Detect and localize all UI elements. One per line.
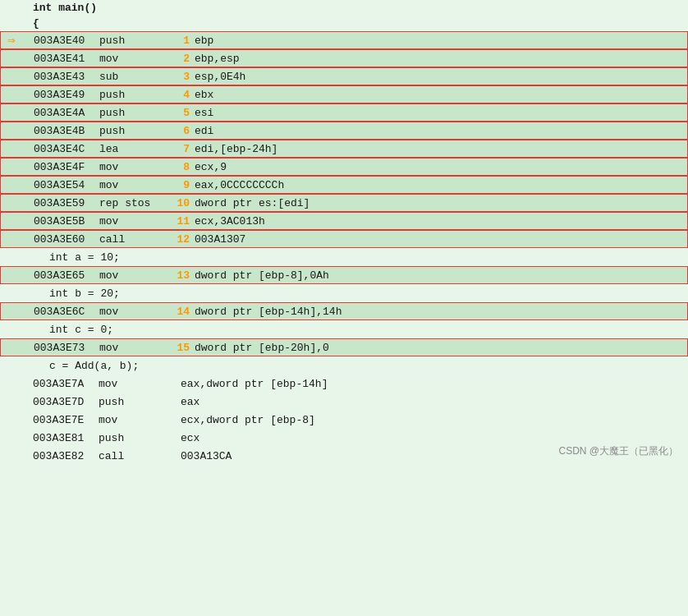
arrow-icon: ⇒ bbox=[7, 32, 16, 48]
addr: 003A3E7D bbox=[33, 396, 99, 408]
mnemonic: mov bbox=[99, 53, 165, 65]
addr: 003A3E7A bbox=[33, 378, 99, 390]
operand: dword ptr [ebp-20h],0 bbox=[195, 342, 681, 354]
instruction-row: 003A3E54 mov 9 eax,0CCCCCCCCh bbox=[0, 176, 688, 194]
header-text2: { bbox=[33, 17, 39, 30]
mnemonic: mov bbox=[99, 179, 165, 191]
source-line: int b = 20; bbox=[0, 284, 688, 302]
addr: 003A3E40 bbox=[34, 34, 99, 47]
mnemonic: mov bbox=[99, 161, 165, 173]
instruction-row: 003A3E60 call 12 003A1307 bbox=[0, 230, 688, 248]
operand: ecx,9 bbox=[195, 161, 681, 173]
header-text1: int main() bbox=[33, 2, 97, 14]
instruction-row: 003A3E5B mov 11 ecx,3AC013h bbox=[0, 212, 688, 230]
operand: dword ptr [ebp-14h],14h bbox=[195, 306, 681, 318]
addr: 003A3E81 bbox=[33, 432, 99, 444]
asm-row: 003A3E65 mov 13 dword ptr [ebp-8],0Ah bbox=[0, 266, 688, 284]
source-line: int c = 0; bbox=[0, 320, 688, 338]
after-line: 003A3E7E mov ecx,dword ptr [ebp-8] bbox=[0, 411, 688, 429]
operand: eax,0CCCCCCCCh bbox=[195, 179, 681, 191]
operand: ebp,esp bbox=[195, 53, 681, 65]
mnemonic: lea bbox=[99, 143, 165, 155]
watermark: CSDN @大魔王（已黑化） bbox=[558, 444, 678, 458]
instruction-row: ⇒ 003A3E40 push 1 ebp bbox=[0, 31, 688, 49]
operand: ecx bbox=[181, 432, 681, 444]
mnemonic: call bbox=[99, 233, 165, 246]
instruction-row: 003A3E43 sub 3 esp,0E4h bbox=[0, 67, 688, 85]
mnemonic: mov bbox=[99, 414, 181, 426]
addr: 003A3E4F bbox=[34, 161, 99, 173]
addr: 003A3E54 bbox=[34, 179, 99, 191]
instruction-row: 003A3E41 mov 2 ebp,esp bbox=[0, 49, 688, 67]
line-num: 8 bbox=[165, 161, 195, 173]
mnemonic: mov bbox=[99, 342, 165, 354]
line-num: 2 bbox=[165, 53, 195, 65]
operand: esi bbox=[195, 107, 681, 119]
code-container: int main() { ⇒ 003A3E40 push 1 ebp 003A3… bbox=[0, 0, 688, 465]
source-text: c = Add(a, b); bbox=[49, 360, 139, 372]
line-num: 12 bbox=[165, 233, 195, 246]
source-text: int b = 20; bbox=[49, 287, 120, 300]
mnemonic: sub bbox=[99, 71, 165, 83]
after-line: 003A3E7A mov eax,dword ptr [ebp-14h] bbox=[0, 375, 688, 393]
asm-row: 003A3E73 mov 15 dword ptr [ebp-20h],0 bbox=[0, 338, 688, 356]
operand: edi bbox=[195, 125, 681, 137]
operand: eax bbox=[181, 396, 681, 408]
line-num: 6 bbox=[165, 125, 195, 137]
instruction-row: 003A3E59 rep stos 10 dword ptr es:[edi] bbox=[0, 194, 688, 212]
operand: dword ptr es:[edi] bbox=[195, 197, 681, 209]
addr: 003A3E4A bbox=[34, 107, 99, 119]
line-num: 9 bbox=[165, 179, 195, 191]
line-num: 1 bbox=[165, 34, 195, 47]
operand: ebp bbox=[195, 34, 681, 47]
addr: 003A3E59 bbox=[34, 197, 99, 209]
line-num: 3 bbox=[165, 71, 195, 83]
line-num: 11 bbox=[165, 215, 195, 228]
line-num: 5 bbox=[165, 107, 195, 119]
instruction-row: 003A3E4B push 6 edi bbox=[0, 122, 688, 140]
operand: ecx,3AC013h bbox=[195, 215, 681, 228]
line-num: 4 bbox=[165, 89, 195, 101]
line-num: 10 bbox=[165, 197, 195, 209]
operand: ebx bbox=[195, 89, 681, 101]
mnemonic: mov bbox=[99, 306, 165, 318]
instruction-row: 003A3E4F mov 8 ecx,9 bbox=[0, 158, 688, 176]
line-num: 13 bbox=[165, 269, 195, 282]
header-line2: { bbox=[0, 16, 688, 31]
highlighted-block: ⇒ 003A3E40 push 1 ebp 003A3E41 mov 2 ebp… bbox=[0, 31, 688, 248]
addr: 003A3E82 bbox=[33, 450, 99, 462]
source-text: int c = 0; bbox=[49, 324, 113, 336]
instruction-row: 003A3E49 push 4 ebx bbox=[0, 85, 688, 103]
mnemonic: push bbox=[99, 34, 165, 47]
mnemonic: push bbox=[99, 432, 181, 444]
after-line: c = Add(a, b); bbox=[0, 356, 688, 375]
addr: 003A3E73 bbox=[34, 342, 99, 354]
addr: 003A3E6C bbox=[34, 306, 99, 318]
mnemonic: push bbox=[99, 89, 165, 101]
mnemonic: rep stos bbox=[99, 197, 165, 209]
instruction-row: 003A3E4C lea 7 edi,[ebp-24h] bbox=[0, 140, 688, 158]
after-line: 003A3E7D push eax bbox=[0, 393, 688, 411]
source-text: int a = 10; bbox=[49, 251, 120, 264]
operand: esp,0E4h bbox=[195, 71, 681, 83]
mnemonic: call bbox=[99, 450, 181, 462]
operand: eax,dword ptr [ebp-14h] bbox=[181, 378, 681, 390]
mnemonic: push bbox=[99, 107, 165, 119]
addr: 003A3E43 bbox=[34, 71, 99, 83]
operand: dword ptr [ebp-8],0Ah bbox=[195, 269, 681, 282]
mnemonic: mov bbox=[99, 378, 181, 390]
operand: ecx,dword ptr [ebp-8] bbox=[181, 414, 681, 426]
line-num: 7 bbox=[165, 143, 195, 155]
mnemonic: push bbox=[99, 125, 165, 137]
mnemonic: mov bbox=[99, 269, 165, 282]
source-blocks: int a = 10; 003A3E65 mov 13 dword ptr [e… bbox=[0, 248, 688, 356]
source-line: int a = 10; bbox=[0, 248, 688, 266]
asm-row: 003A3E6C mov 14 dword ptr [ebp-14h],14h bbox=[0, 302, 688, 320]
mnemonic: mov bbox=[99, 215, 165, 228]
addr: 003A3E5B bbox=[34, 215, 99, 228]
addr: 003A3E49 bbox=[34, 89, 99, 101]
addr: 003A3E60 bbox=[34, 233, 99, 246]
addr: 003A3E7E bbox=[33, 414, 99, 426]
mnemonic: push bbox=[99, 396, 181, 408]
operand: edi,[ebp-24h] bbox=[195, 143, 681, 155]
